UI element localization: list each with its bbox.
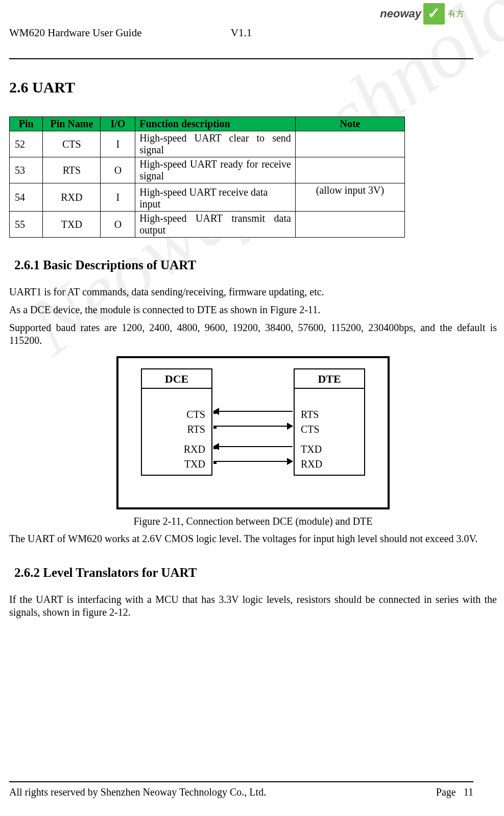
dce-signal: CTS (142, 407, 211, 422)
wire-arrow-icon (213, 411, 293, 412)
section-heading: 2.6 UART (9, 79, 497, 96)
cell-note (295, 157, 404, 183)
th-pin-name: Pin Name (43, 117, 101, 131)
page-header: WM620 Hardware User Guide V1.1 neoway 有方 (0, 15, 504, 38)
th-note: Note (295, 117, 404, 131)
dce-signal: RTS (142, 422, 211, 437)
paragraph: UART1 is for AT commands, data sending/r… (9, 286, 497, 298)
table-row: 55 TXD O High-speed UART transmit data o… (10, 212, 405, 238)
footer-copyright: All rights reserved by Shenzhen Neoway T… (9, 786, 266, 798)
header-divider (9, 58, 473, 59)
check-icon (423, 3, 445, 25)
page-footer: All rights reserved by Shenzhen Neoway T… (9, 781, 473, 800)
cell-pin: 54 (10, 183, 43, 212)
cell-name: TXD (43, 212, 101, 238)
cell-name: RXD (43, 183, 101, 212)
cell-func: High-speed UART transmit data output (135, 212, 296, 238)
cell-name: CTS (43, 131, 101, 157)
logo-cn-text: 有方 (448, 9, 464, 18)
dce-title: DCE (142, 372, 211, 389)
dte-signal: TXD (295, 442, 364, 457)
figure-caption: Figure 2-11, Connection between DCE (mod… (116, 516, 390, 527)
logo-name-text: neoway (380, 7, 421, 20)
cell-io: I (101, 183, 135, 212)
th-func: Function description (135, 117, 296, 131)
table-row: 53 RTS O High-speed UART ready for recei… (10, 157, 405, 183)
th-pin: Pin (10, 117, 43, 131)
dce-signal: TXD (142, 457, 211, 472)
cell-note (295, 212, 404, 238)
dte-signal: RTS (295, 407, 364, 422)
table-row: 54 RXD I High-speed UART receive data in… (10, 183, 405, 212)
cell-note: (allow input 3V) (295, 183, 404, 212)
doc-title: WM620 Hardware User Guide (9, 27, 142, 39)
cell-name: RTS (43, 157, 101, 183)
neoway-logo: neoway 有方 (380, 3, 464, 25)
cell-io: O (101, 157, 135, 183)
paragraph: The UART of WM620 works at 2.6V CMOS log… (9, 532, 497, 545)
dte-signal: RXD (295, 457, 364, 472)
cell-func: High-speed UART clear to send signal (135, 131, 296, 157)
paragraph: If the UART is interfacing with a MCU th… (9, 593, 497, 619)
paragraph: Supported baud rates are 1200, 2400, 480… (9, 321, 497, 347)
dte-signal: CTS (295, 422, 364, 437)
cell-io: I (101, 131, 135, 157)
footer-page: Page 11 (436, 786, 473, 798)
cell-io: O (101, 212, 135, 238)
subsection-heading: 2.6.1 Basic Descriptions of UART (14, 258, 497, 272)
dte-title: DTE (295, 372, 364, 389)
th-io: I/O (101, 117, 135, 131)
cell-func: High-speed UART ready for receive signal (135, 157, 296, 183)
table-row: 52 CTS I High-speed UART clear to send s… (10, 131, 405, 157)
doc-version: V1.1 (231, 27, 252, 39)
cell-pin: 55 (10, 212, 43, 238)
wire-arrow-icon (213, 461, 293, 462)
subsection-heading: 2.6.2 Level Translators for UART (14, 566, 497, 580)
cell-pin: 52 (10, 131, 43, 157)
dce-signal: RXD (142, 442, 211, 457)
pin-table: Pin Pin Name I/O Function description No… (9, 116, 405, 238)
cell-func: High-speed UART receive data input (135, 183, 296, 212)
wire-arrow-icon (213, 446, 293, 447)
wire-arrow-icon (213, 426, 293, 427)
footer-divider (9, 781, 473, 782)
figure-dce-dte: DCE CTS RTS RXD TXD DTE RTS CTS TXD RXD (116, 356, 390, 527)
paragraph: As a DCE device, the module is connected… (9, 304, 497, 316)
cell-note (295, 131, 404, 157)
cell-pin: 53 (10, 157, 43, 183)
